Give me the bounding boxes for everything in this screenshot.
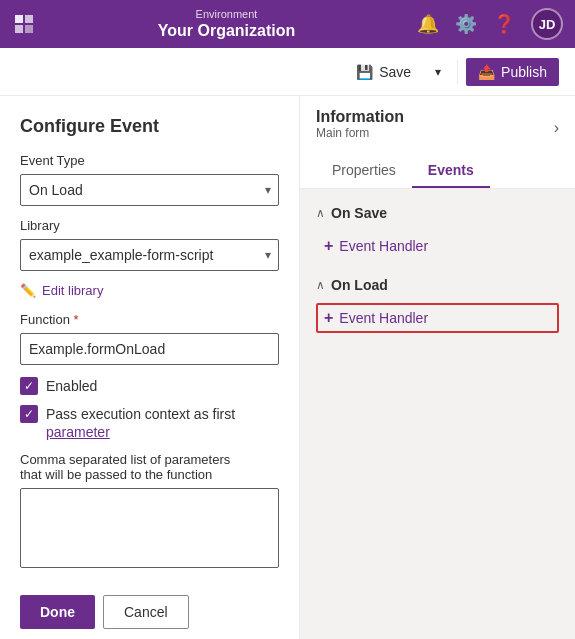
publish-button[interactable]: 📤 Publish <box>466 58 559 86</box>
on-load-handler-label: Event Handler <box>339 310 428 326</box>
env-label: Environment <box>196 8 258 21</box>
edit-library-label: Edit library <box>42 283 103 298</box>
publish-icon: 📤 <box>478 64 495 80</box>
right-panel: Information Main form › Properties Event… <box>300 96 575 639</box>
events-content: ∧ On Save + Event Handler ∧ On Load + Ev… <box>300 189 575 349</box>
help-icon[interactable]: ❓ <box>493 13 515 35</box>
org-info: Environment Your Organization <box>44 8 409 40</box>
function-label: Function * <box>20 312 279 327</box>
function-required: * <box>74 312 79 327</box>
nav-icons: 🔔 ⚙️ ❓ JD <box>417 8 563 40</box>
edit-library-link[interactable]: ✏️ Edit library <box>20 283 279 298</box>
on-load-event-handler[interactable]: + Event Handler <box>316 303 559 333</box>
svg-rect-0 <box>15 15 23 23</box>
checkmark2-icon: ✓ <box>24 407 34 421</box>
save-label: Save <box>379 64 411 80</box>
on-load-section-header: ∧ On Load <box>316 277 559 293</box>
library-select[interactable]: example_example-form-script <box>20 239 279 271</box>
params-description-label: Comma separated list of parameters that … <box>20 452 279 482</box>
function-input[interactable] <box>20 333 279 365</box>
library-field: example_example-form-script ▾ <box>20 239 279 271</box>
pass-context-label: Pass execution context as first paramete… <box>46 405 235 441</box>
main-layout: Configure Event Event Type On Load ▾ Lib… <box>0 96 575 639</box>
event-type-label: Event Type <box>20 153 279 168</box>
on-save-plus-icon: + <box>324 237 333 255</box>
on-save-collapse-icon[interactable]: ∧ <box>316 206 325 220</box>
event-type-select[interactable]: On Load <box>20 174 279 206</box>
save-dropdown-button[interactable]: ▾ <box>427 59 449 85</box>
cancel-button[interactable]: Cancel <box>103 595 189 629</box>
configure-event-panel: Configure Event Event Type On Load ▾ Lib… <box>0 96 300 639</box>
org-name: Your Organization <box>158 21 295 40</box>
done-button[interactable]: Done <box>20 595 95 629</box>
edit-icon: ✏️ <box>20 283 36 298</box>
svg-rect-3 <box>25 25 33 33</box>
toolbar-divider <box>457 60 458 84</box>
checkmark-icon: ✓ <box>24 379 34 393</box>
on-save-section-header: ∧ On Save <box>316 205 559 221</box>
on-load-title: On Load <box>331 277 388 293</box>
avatar[interactable]: JD <box>531 8 563 40</box>
tab-properties[interactable]: Properties <box>316 154 412 188</box>
info-title-row: Information Main form › <box>316 108 559 148</box>
save-button[interactable]: 💾 Save <box>344 58 423 86</box>
on-load-plus-icon: + <box>324 309 333 327</box>
on-save-event-handler[interactable]: + Event Handler <box>316 231 559 261</box>
expand-icon[interactable]: › <box>554 119 559 137</box>
library-label: Library <box>20 218 279 233</box>
tab-events[interactable]: Events <box>412 154 490 188</box>
enabled-label: Enabled <box>46 377 97 395</box>
toolbar: 💾 Save ▾ 📤 Publish <box>0 48 575 96</box>
pass-context-checkbox-row: ✓ Pass execution context as first parame… <box>20 405 279 441</box>
publish-label: Publish <box>501 64 547 80</box>
on-save-handler-label: Event Handler <box>339 238 428 254</box>
tabs-row: Properties Events <box>316 154 559 188</box>
app-logo-icon <box>12 12 36 36</box>
panel-title: Configure Event <box>20 116 279 137</box>
info-title: Information <box>316 108 404 126</box>
top-navigation: Environment Your Organization 🔔 ⚙️ ❓ JD <box>0 0 575 48</box>
info-header: Information Main form › Properties Event… <box>300 96 575 189</box>
pass-context-checkbox[interactable]: ✓ <box>20 405 38 423</box>
notification-icon[interactable]: 🔔 <box>417 13 439 35</box>
section-divider <box>316 261 559 277</box>
svg-rect-2 <box>15 25 23 33</box>
info-title-block: Information Main form <box>316 108 404 148</box>
save-icon: 💾 <box>356 64 373 80</box>
event-type-field: On Load ▾ <box>20 174 279 206</box>
on-load-collapse-icon[interactable]: ∧ <box>316 278 325 292</box>
on-save-title: On Save <box>331 205 387 221</box>
enabled-checkbox[interactable]: ✓ <box>20 377 38 395</box>
settings-icon[interactable]: ⚙️ <box>455 13 477 35</box>
enabled-checkbox-row: ✓ Enabled <box>20 377 279 395</box>
svg-rect-1 <box>25 15 33 23</box>
info-subtitle: Main form <box>316 126 404 140</box>
action-buttons: Done Cancel <box>20 595 279 629</box>
params-textarea[interactable] <box>20 488 279 568</box>
